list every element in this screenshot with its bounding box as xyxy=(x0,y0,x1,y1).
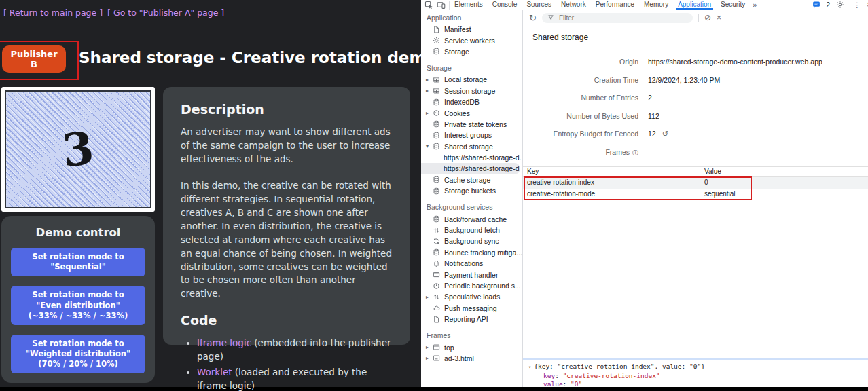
sidebar-item-shared-storage[interactable]: ▾Shared storage xyxy=(421,141,522,152)
sidebar-origin-item[interactable]: https://shared-storage-d... xyxy=(421,152,522,163)
tab-console[interactable]: Console xyxy=(488,0,522,10)
sidebar-item-label: Background fetch xyxy=(444,226,500,234)
field-row-origin: Originhttps://shared-storage-demo-conten… xyxy=(523,53,868,71)
application-sidebar: ApplicationManifestService workersStorag… xyxy=(421,10,523,387)
database-icon xyxy=(433,215,440,223)
sync-arrows-icon xyxy=(433,238,440,245)
inspect-element-icon[interactable] xyxy=(424,1,433,10)
cell-key: creative-rotation-index xyxy=(523,177,700,189)
rotation-mode-button-1[interactable]: Set rotation mode to"Sequential" xyxy=(11,248,145,276)
field-label-text: Origin xyxy=(619,58,638,66)
tab-application[interactable]: Application xyxy=(673,0,716,10)
delete-selected-icon[interactable]: × xyxy=(717,13,721,22)
sidebar-item-background-fetch[interactable]: Background fetch xyxy=(421,225,522,236)
button-label-line: "Sequential" xyxy=(14,262,143,272)
info-icon[interactable]: ⓘ xyxy=(632,149,638,156)
sidebar-item-storage-buckets[interactable]: Storage buckets xyxy=(421,185,522,196)
sidebar-item-storage[interactable]: Storage xyxy=(421,46,522,57)
field-value-text: 2 xyxy=(648,94,652,102)
code-heading: Code xyxy=(181,312,393,331)
more-options-icon[interactable]: ⋮ xyxy=(854,1,861,9)
top-link-return-to-main-page[interactable]: [ Return to main page ] xyxy=(3,7,103,18)
sidebar-item-private-state-tokens[interactable]: Private state tokens xyxy=(421,119,522,130)
sidebar-item-indexeddb[interactable]: IndexedDB xyxy=(421,96,522,107)
sidebar-item-bounce-tracking-mitiga[interactable]: Bounce tracking mitiga... xyxy=(421,247,522,258)
rotation-mode-button-2[interactable]: Set rotation mode to"Even distribution"(… xyxy=(11,286,145,325)
preview-property-line: value: "0" xyxy=(528,380,863,389)
rotation-mode-button-3[interactable]: Set rotation mode to"Weighted distributi… xyxy=(11,335,145,374)
demo-control-title: Demo control xyxy=(11,226,145,239)
sidebar-item-cookies[interactable]: ▸Cookies xyxy=(421,107,522,118)
sidebar-item-interest-groups[interactable]: Interest groups xyxy=(421,130,522,141)
chevron-right-icon[interactable]: ▸ xyxy=(426,110,433,116)
cell-key: creative-rotation-mode xyxy=(523,189,700,200)
column-header-value[interactable]: Value xyxy=(700,167,721,176)
sidebar-item-payment-handler[interactable]: Payment handler xyxy=(421,269,522,280)
button-label-line: (~33% / ~33% / ~33%) xyxy=(14,311,143,321)
sidebar-item-push-messaging[interactable]: Push messaging xyxy=(421,303,522,314)
chevron-right-icon[interactable]: ▸ xyxy=(426,355,433,361)
sidebar-item-manifest[interactable]: Manifest xyxy=(421,24,522,35)
sidebar-origin-item-selected[interactable]: https://shared-storage-d... xyxy=(421,163,520,174)
filter-input[interactable] xyxy=(558,14,687,22)
sidebar-item-label: Speculative loads xyxy=(444,293,500,301)
table-row-creative-rotation-index[interactable]: creative-rotation-index0 xyxy=(523,177,868,189)
reset-budget-icon[interactable]: ↺ xyxy=(662,130,668,138)
expand-caret-icon[interactable]: ▾ xyxy=(528,365,531,370)
button-label-line: "Even distribution" xyxy=(14,301,143,311)
top-nav-links: [ Return to main page ][ Go to "Publishe… xyxy=(3,7,229,18)
sidebar-item-session-storage[interactable]: ▸Session storage xyxy=(421,86,522,96)
sidebar-item-notifications[interactable]: Notifications xyxy=(421,258,522,269)
tab-security[interactable]: Security xyxy=(716,0,750,10)
sidebar-item-cache-storage[interactable]: Cache storage xyxy=(421,174,522,185)
clear-all-icon[interactable]: ⊘ xyxy=(704,13,711,22)
creative-number: 3 xyxy=(60,122,96,177)
chevron-right-icon[interactable]: ▸ xyxy=(426,77,433,83)
sidebar-item-label: Reporting API xyxy=(444,315,488,323)
database-icon xyxy=(433,98,440,106)
sidebar-item-ad-3-html[interactable]: ▸ad-3.html xyxy=(421,353,522,364)
top-link-go-to-publisher-a-pa[interactable]: [ Go to "Publisher A" page ] xyxy=(107,7,224,18)
field-value: 12↺ xyxy=(648,125,668,162)
refresh-icon[interactable]: ↻ xyxy=(529,13,537,23)
publisher-badge[interactable]: Publisher B xyxy=(2,45,66,73)
field-row-number-of-bytes-used: Number of Bytes Used112 xyxy=(523,107,868,126)
device-toolbar-icon[interactable] xyxy=(437,1,446,10)
field-label: Creation Time xyxy=(523,71,638,90)
devtools-tabbar: ElementsConsoleSourcesNetworkPerformance… xyxy=(421,0,868,10)
sidebar-item-label: Service workers xyxy=(444,37,495,45)
sidebar-item-periodic-background-s[interactable]: Periodic background s... xyxy=(421,280,522,291)
sidebar-item-label: Push messaging xyxy=(444,304,497,312)
sidebar-item-background-sync[interactable]: Background sync xyxy=(421,236,522,246)
tab-network[interactable]: Network xyxy=(556,0,591,10)
up-down-arrows-icon xyxy=(433,293,440,301)
settings-gear-icon[interactable] xyxy=(836,1,844,9)
button-label-line: "Weighted distribution" xyxy=(14,349,143,359)
code-link-worklet[interactable]: Worklet xyxy=(197,367,232,377)
chevron-right-icon[interactable]: ▸ xyxy=(426,88,433,94)
table-row-creative-rotation-mode[interactable]: creative-rotation-modesequential xyxy=(523,189,868,200)
tab-performance[interactable]: Performance xyxy=(591,0,639,10)
table-icon xyxy=(433,76,440,83)
frame-icon xyxy=(433,343,440,351)
tab-memory[interactable]: Memory xyxy=(639,0,673,10)
chevron-down-icon[interactable]: ▾ xyxy=(426,143,433,149)
chevron-right-icon[interactable]: ▸ xyxy=(426,294,433,300)
sidebar-item-reporting-api[interactable]: Reporting API xyxy=(421,314,522,324)
property-name: value xyxy=(543,380,563,388)
more-tabs-icon[interactable]: » xyxy=(750,1,759,9)
payment-card-icon xyxy=(433,271,440,278)
sidebar-item-local-storage[interactable]: ▸Local storage xyxy=(421,74,522,85)
column-header-key[interactable]: Key xyxy=(523,167,700,176)
sidebar-item-back-forward-cache[interactable]: Back/forward cache xyxy=(421,213,522,224)
sidebar-item-speculative-loads[interactable]: ▸Speculative loads xyxy=(421,291,522,302)
tab-elements[interactable]: Elements xyxy=(450,0,488,10)
filter-box[interactable] xyxy=(542,13,693,23)
issues-counter[interactable]: 2 xyxy=(812,1,830,9)
publisher-page: [ Return to main page ][ Go to "Publishe… xyxy=(0,0,421,387)
code-link-iframe-logic[interactable]: Iframe logic xyxy=(197,337,251,348)
chevron-right-icon[interactable]: ▸ xyxy=(426,344,433,350)
sidebar-item-top[interactable]: ▸top xyxy=(421,341,522,352)
tab-sources[interactable]: Sources xyxy=(522,0,556,10)
sidebar-item-service-workers[interactable]: Service workers xyxy=(421,35,522,45)
